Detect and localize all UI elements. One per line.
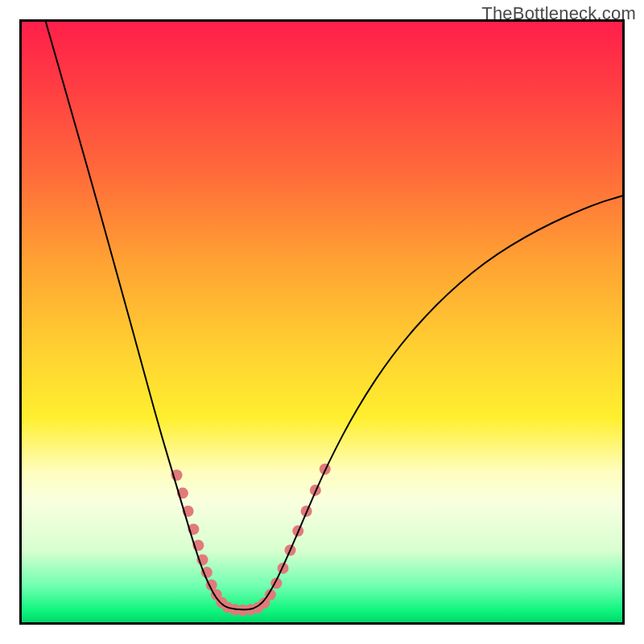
bottleneck-curve-path — [46, 22, 622, 609]
watermark-text: TheBottleneck.com — [481, 3, 636, 24]
marker-group — [171, 464, 331, 616]
chart-frame: TheBottleneck.com — [0, 0, 644, 644]
chart-svg — [22, 22, 622, 622]
